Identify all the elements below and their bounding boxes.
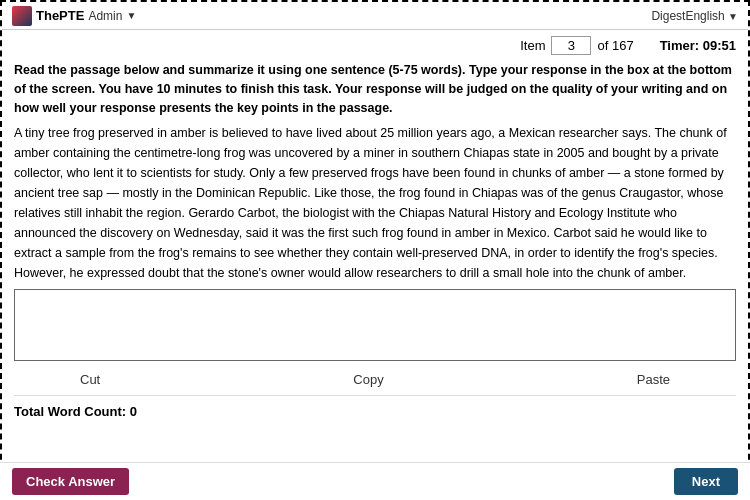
digest-label: DigestEnglish [651,9,724,23]
navbar-right: DigestEnglish ▼ [651,9,738,23]
copy-button[interactable]: Copy [347,370,389,389]
paste-button[interactable]: Paste [631,370,676,389]
digest-dropdown-icon[interactable]: ▼ [728,11,738,22]
response-area [14,289,736,364]
response-textarea[interactable] [14,289,736,361]
word-count-row: Total Word Count: 0 [14,400,736,423]
timer-label: Timer: 09:51 [660,38,736,53]
item-row: Item of 167 Timer: 09:51 [2,30,748,57]
item-label: Item [520,38,545,53]
navbar: ThePTE Admin ▼ DigestEnglish ▼ [2,2,748,30]
cut-button[interactable]: Cut [74,370,106,389]
word-count-label: Total Word Count: 0 [14,404,137,419]
bottom-bar: Check Answer Next [0,462,750,500]
timer-value: 09:51 [703,38,736,53]
passage-text: A tiny tree frog preserved in amber is b… [14,123,736,283]
user-label: Admin [88,9,122,23]
item-of-label: of 167 [597,38,633,53]
instructions: Read the passage below and summarize it … [14,61,736,117]
navbar-left: ThePTE Admin ▼ [12,6,136,26]
next-button[interactable]: Next [674,468,738,495]
item-number-input[interactable] [551,36,591,55]
logo-icon [12,6,32,26]
check-answer-button[interactable]: Check Answer [12,468,129,495]
brand-label: ThePTE [36,8,84,23]
edit-buttons-row: Cut Copy Paste [14,364,736,396]
user-dropdown-icon[interactable]: ▼ [126,10,136,21]
